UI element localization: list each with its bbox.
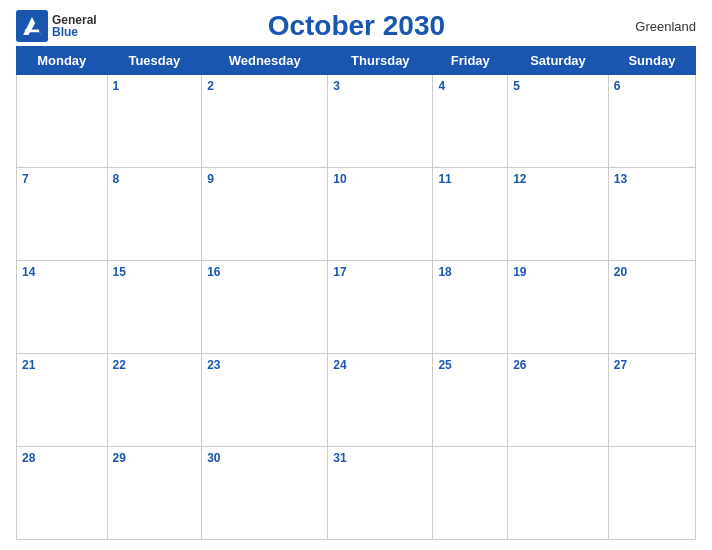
top-bar: General Blue October 2030 Greenland: [16, 10, 696, 42]
calendar-cell: 15: [107, 261, 202, 354]
calendar-week-4: 28293031: [17, 447, 696, 540]
calendar-header: MondayTuesdayWednesdayThursdayFridaySatu…: [17, 47, 696, 75]
calendar-table: MondayTuesdayWednesdayThursdayFridaySatu…: [16, 46, 696, 540]
calendar-cell: 8: [107, 168, 202, 261]
day-number: 27: [614, 358, 627, 372]
day-number: 2: [207, 79, 214, 93]
day-number: 28: [22, 451, 35, 465]
calendar-cell: 5: [508, 75, 609, 168]
calendar-cell: 3: [328, 75, 433, 168]
day-number: 3: [333, 79, 340, 93]
day-number: 25: [438, 358, 451, 372]
day-number: 7: [22, 172, 29, 186]
calendar-cell: 23: [202, 354, 328, 447]
logo-icon: [16, 10, 48, 42]
day-number: 17: [333, 265, 346, 279]
day-number: 14: [22, 265, 35, 279]
calendar-cell: 11: [433, 168, 508, 261]
calendar-title: October 2030: [97, 10, 616, 42]
day-number: 20: [614, 265, 627, 279]
calendar-cell: 26: [508, 354, 609, 447]
calendar-week-2: 14151617181920: [17, 261, 696, 354]
day-number: 4: [438, 79, 445, 93]
weekday-header-saturday: Saturday: [508, 47, 609, 75]
day-number: 31: [333, 451, 346, 465]
calendar-cell: 12: [508, 168, 609, 261]
weekday-header-tuesday: Tuesday: [107, 47, 202, 75]
day-number: 1: [113, 79, 120, 93]
calendar-cell: 18: [433, 261, 508, 354]
calendar-week-0: 123456: [17, 75, 696, 168]
svg-rect-3: [25, 30, 39, 33]
day-number: 8: [113, 172, 120, 186]
calendar-cell: 14: [17, 261, 108, 354]
calendar-cell: [17, 75, 108, 168]
day-number: 24: [333, 358, 346, 372]
day-number: 12: [513, 172, 526, 186]
day-number: 11: [438, 172, 451, 186]
day-number: 30: [207, 451, 220, 465]
calendar-cell: 21: [17, 354, 108, 447]
calendar-cell: 29: [107, 447, 202, 540]
day-number: 15: [113, 265, 126, 279]
weekday-header-wednesday: Wednesday: [202, 47, 328, 75]
region-label: Greenland: [616, 19, 696, 34]
calendar-cell: 13: [608, 168, 695, 261]
day-number: 29: [113, 451, 126, 465]
calendar-cell: 4: [433, 75, 508, 168]
day-number: 13: [614, 172, 627, 186]
calendar-body: 1234567891011121314151617181920212223242…: [17, 75, 696, 540]
calendar-cell: [433, 447, 508, 540]
calendar-cell: 16: [202, 261, 328, 354]
weekday-header-sunday: Sunday: [608, 47, 695, 75]
day-number: 19: [513, 265, 526, 279]
calendar-cell: 10: [328, 168, 433, 261]
day-number: 21: [22, 358, 35, 372]
calendar-cell: [608, 447, 695, 540]
day-number: 9: [207, 172, 214, 186]
day-number: 10: [333, 172, 346, 186]
calendar-cell: 7: [17, 168, 108, 261]
calendar-cell: 28: [17, 447, 108, 540]
calendar-cell: 22: [107, 354, 202, 447]
day-number: 26: [513, 358, 526, 372]
day-number: 18: [438, 265, 451, 279]
calendar-cell: 27: [608, 354, 695, 447]
calendar-cell: 2: [202, 75, 328, 168]
day-number: 6: [614, 79, 621, 93]
weekday-header-friday: Friday: [433, 47, 508, 75]
calendar-cell: 19: [508, 261, 609, 354]
weekday-header-thursday: Thursday: [328, 47, 433, 75]
day-number: 16: [207, 265, 220, 279]
weekday-header-monday: Monday: [17, 47, 108, 75]
calendar-cell: 20: [608, 261, 695, 354]
calendar-cell: 30: [202, 447, 328, 540]
logo-blue-text: Blue: [52, 26, 97, 38]
calendar-cell: 1: [107, 75, 202, 168]
logo: General Blue: [16, 10, 97, 42]
calendar-cell: 31: [328, 447, 433, 540]
calendar-cell: 25: [433, 354, 508, 447]
day-number: 22: [113, 358, 126, 372]
calendar-week-1: 78910111213: [17, 168, 696, 261]
calendar-cell: 6: [608, 75, 695, 168]
calendar-cell: 24: [328, 354, 433, 447]
logo-text: General Blue: [52, 14, 97, 38]
calendar-cell: 17: [328, 261, 433, 354]
calendar-cell: 9: [202, 168, 328, 261]
day-number: 5: [513, 79, 520, 93]
calendar-week-3: 21222324252627: [17, 354, 696, 447]
weekday-header-row: MondayTuesdayWednesdayThursdayFridaySatu…: [17, 47, 696, 75]
calendar-cell: [508, 447, 609, 540]
day-number: 23: [207, 358, 220, 372]
